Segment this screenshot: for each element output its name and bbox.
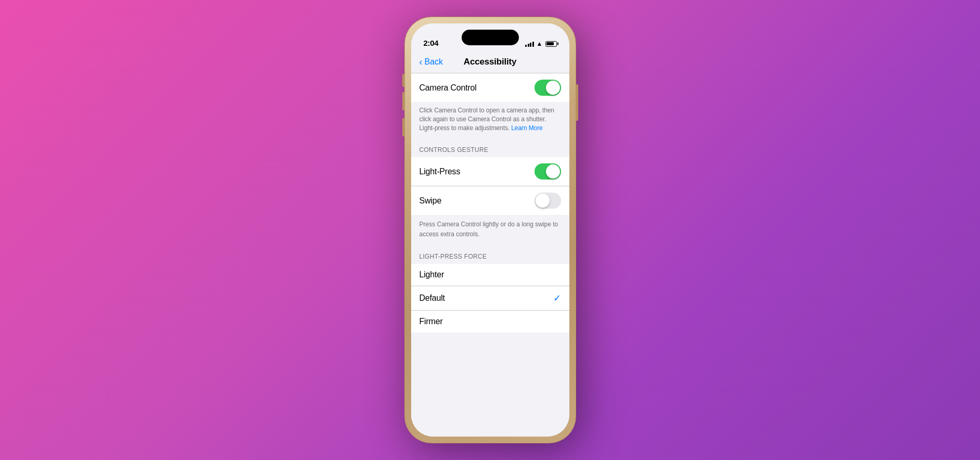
controls-gesture-header: CONTROLS GESTURE: [411, 140, 569, 157]
default-checkmark-icon: ✓: [553, 292, 561, 304]
firmer-option-label: Firmer: [419, 317, 443, 326]
swipe-row: Swipe: [411, 186, 569, 215]
dynamic-island: [462, 30, 519, 45]
navigation-bar: ‹ Back Accessibility: [411, 50, 569, 73]
light-press-force-section: LIGHT-PRESS FORCE Lighter Default ✓ Firm…: [411, 247, 569, 333]
page-title: Accessibility: [464, 57, 516, 67]
light-press-label: Light-Press: [419, 167, 461, 176]
default-option-row[interactable]: Default ✓: [411, 286, 569, 311]
mute-switch: [402, 74, 404, 87]
light-press-toggle-knob: [546, 164, 560, 178]
camera-control-description-block: Click Camera Control to open a camera ap…: [411, 102, 569, 140]
swipe-toggle-knob: [536, 194, 550, 208]
phone-screen: 2:04 ▲ ‹ Bac: [411, 23, 569, 437]
controls-gesture-footer: Press Camera Control lightly or do a lon…: [411, 215, 569, 247]
signal-bar-1: [525, 45, 527, 47]
wifi-icon: ▲: [537, 40, 543, 47]
default-option-label: Default: [419, 293, 445, 303]
firmer-option-row[interactable]: Firmer: [411, 311, 569, 333]
phone-mockup: 2:04 ▲ ‹ Bac: [404, 17, 576, 443]
camera-control-toggle[interactable]: [534, 80, 561, 96]
lighter-option-label: Lighter: [419, 270, 444, 279]
learn-more-link[interactable]: Learn More: [511, 124, 542, 132]
settings-scroll-content: Camera Control Click Camera Control to o…: [411, 73, 569, 437]
light-press-row: Light-Press: [411, 157, 569, 186]
light-press-force-group: Lighter Default ✓ Firmer: [411, 264, 569, 333]
phone-frame: 2:04 ▲ ‹ Bac: [404, 17, 576, 443]
lighter-option-row[interactable]: Lighter: [411, 264, 569, 286]
signal-bars-icon: [525, 41, 534, 47]
signal-bar-3: [530, 43, 531, 47]
camera-control-description: Click Camera Control to open a camera ap…: [419, 106, 561, 132]
signal-bar-4: [532, 42, 534, 47]
light-press-toggle[interactable]: [534, 163, 561, 180]
controls-gesture-section: CONTROLS GESTURE Light-Press Swipe: [411, 140, 569, 247]
back-chevron-icon: ‹: [419, 57, 423, 67]
battery-icon: [545, 41, 557, 47]
back-label[interactable]: Back: [425, 57, 443, 67]
camera-control-section: Camera Control Click Camera Control to o…: [411, 73, 569, 140]
camera-control-group: Camera Control: [411, 73, 569, 102]
light-press-force-header-text: LIGHT-PRESS FORCE: [419, 253, 487, 260]
volume-up-button: [402, 92, 404, 110]
light-press-force-header: LIGHT-PRESS FORCE: [411, 247, 569, 264]
camera-control-label: Camera Control: [419, 83, 477, 93]
side-button: [576, 84, 578, 121]
swipe-toggle[interactable]: [534, 193, 561, 209]
swipe-label: Swipe: [419, 196, 442, 206]
controls-gesture-group: Light-Press Swipe: [411, 157, 569, 215]
volume-down-button: [402, 118, 404, 136]
camera-control-row: Camera Control: [411, 73, 569, 102]
controls-gesture-header-text: CONTROLS GESTURE: [419, 146, 489, 154]
battery-fill: [546, 42, 554, 45]
status-icons: ▲: [525, 40, 556, 47]
signal-bar-2: [528, 44, 529, 47]
status-time: 2:04: [424, 39, 439, 47]
back-button[interactable]: ‹ Back: [419, 57, 443, 67]
toggle-knob: [546, 81, 560, 95]
controls-gesture-footer-text: Press Camera Control lightly or do a lon…: [419, 221, 558, 238]
